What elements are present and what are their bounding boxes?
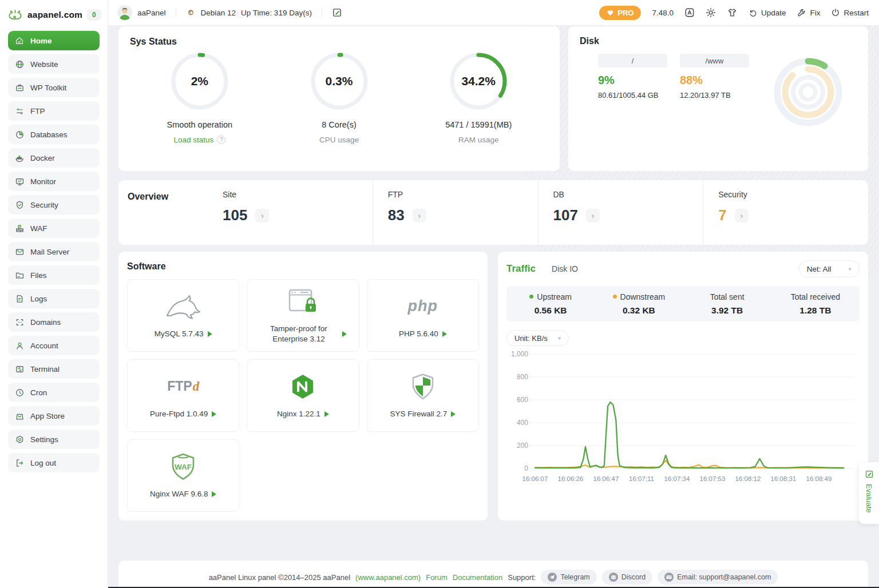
sys-status-card: Sys Status 2% Smooth operation Load stat… bbox=[118, 26, 560, 171]
software-item-sys-firewall-2-7[interactable]: SYS Firewall 2.7 bbox=[367, 359, 479, 432]
domains-brackets-icon bbox=[14, 317, 25, 327]
sidebar-item-logs[interactable]: Logs bbox=[8, 289, 100, 308]
disk-mount-tab[interactable]: /www bbox=[680, 54, 749, 67]
pure-ftpd-icon: FTPd bbox=[167, 372, 199, 402]
nginx-waf-icon: WAF bbox=[168, 452, 199, 482]
sidebar-item-files[interactable]: Files bbox=[8, 265, 100, 285]
disk-partition-www: /www 88% 12.20/13.97 TB bbox=[680, 54, 749, 100]
footer-forum-link[interactable]: Forum bbox=[426, 573, 448, 582]
footer: aaPanel Linux panel ©2014–2025 aaPanel (… bbox=[118, 561, 868, 588]
software-name: Nginx 1.22.1 bbox=[277, 409, 320, 419]
footer-pill-email[interactable]: Email: support@aapanel.com bbox=[658, 570, 778, 585]
sidebar-item-wp-toolkit[interactable]: WP Toolkit bbox=[8, 78, 100, 97]
tab-traffic[interactable]: Traffic bbox=[506, 263, 536, 275]
svg-text:1,000: 1,000 bbox=[511, 350, 528, 358]
message-count-badge[interactable]: 0 bbox=[87, 9, 101, 21]
software-item-php-5-6-40[interactable]: php PHP 5.6.40 bbox=[367, 279, 479, 352]
edit-note-icon[interactable] bbox=[332, 7, 342, 18]
theme-shirt-icon[interactable] bbox=[727, 7, 738, 18]
software-item-nginx-1-22-1[interactable]: Nginx 1.22.1 bbox=[247, 359, 359, 432]
software-card: Software MySQL 5.7.43 Tamper-proof for E… bbox=[118, 252, 488, 521]
running-play-icon bbox=[324, 411, 329, 417]
evaluate-edit-icon bbox=[865, 470, 874, 479]
sidebar-item-label: Databases bbox=[30, 130, 68, 139]
sidebar-item-website[interactable]: Website bbox=[8, 54, 100, 74]
sidebar-item-log-out[interactable]: Log out bbox=[8, 453, 100, 472]
sidebar-item-home[interactable]: Home bbox=[8, 31, 100, 50]
logo-text: aapanel.com bbox=[27, 10, 82, 20]
fix-button[interactable]: Fix bbox=[797, 8, 820, 18]
version-label[interactable]: 7.48.0 bbox=[652, 9, 674, 17]
traffic-line-chart: 02004006008001,00016:06:0716:06:2616:06:… bbox=[506, 346, 860, 492]
sidebar-item-domains[interactable]: Domains bbox=[8, 312, 100, 332]
disk-title: Disk bbox=[580, 36, 857, 46]
disk-mount-tab[interactable]: / bbox=[598, 54, 667, 67]
chevron-right-button[interactable]: › bbox=[586, 209, 600, 223]
panel-user-name[interactable]: aaPanel bbox=[137, 9, 166, 17]
sidebar-menu: Home Website WP Toolkit FTP Databases Do… bbox=[0, 30, 108, 474]
sidebar-item-mail-server[interactable]: Mail Server bbox=[8, 242, 100, 261]
software-item-tamper-proof-for-enterprise-3-12[interactable]: Tamper-proof for Enterprise 3.12 bbox=[247, 279, 359, 352]
software-grid: MySQL 5.7.43 Tamper-proof for Enterprise… bbox=[127, 279, 479, 512]
software-item-nginx-waf-9-6-8[interactable]: WAF Nginx WAF 9.6.8 bbox=[127, 439, 239, 512]
sidebar-item-security[interactable]: Security bbox=[8, 195, 100, 214]
gauge-detail: 5471 / 15991(MB) bbox=[445, 120, 512, 129]
gauge-cpu: 0.3% 8 Core(s) CPU usage bbox=[270, 49, 409, 144]
disk-partition-root: / 9% 80.61/1005.44 GB bbox=[598, 54, 667, 100]
theme-sun-icon[interactable] bbox=[706, 7, 716, 18]
footer-site-link[interactable]: (www.aapanel.com) bbox=[355, 573, 421, 582]
sidebar: aapanel.com 0 Home Website WP Toolkit FT… bbox=[0, 0, 108, 588]
sidebar-item-label: Docker bbox=[30, 154, 55, 162]
chevron-right-button[interactable]: › bbox=[255, 209, 269, 223]
chevron-right-button[interactable]: › bbox=[735, 209, 749, 223]
chevron-right-button[interactable]: › bbox=[413, 209, 426, 223]
svg-text:16:08:12: 16:08:12 bbox=[735, 475, 761, 482]
sidebar-item-databases[interactable]: Databases bbox=[8, 125, 100, 144]
disk-percent: 88% bbox=[680, 74, 749, 87]
net-select[interactable]: Net: All ▾ bbox=[799, 260, 860, 277]
overview-card: Overview Site 105 › FTP 83 › DB 107 › Se… bbox=[118, 180, 868, 245]
software-item-pure-ftpd-1-0-49[interactable]: FTPd Pure-Ftpd 1.0.49 bbox=[127, 359, 239, 432]
sidebar-item-docker[interactable]: Docker bbox=[8, 148, 100, 168]
sidebar-item-cron[interactable]: Cron bbox=[8, 383, 100, 402]
gauge-ring: 0.3% bbox=[307, 49, 371, 113]
sidebar-item-monitor[interactable]: Monitor bbox=[8, 172, 100, 191]
sidebar-item-terminal[interactable]: Terminal bbox=[8, 359, 100, 379]
sidebar-item-ftp[interactable]: FTP bbox=[8, 101, 100, 121]
restart-power-icon bbox=[831, 8, 840, 17]
legend-dot bbox=[529, 295, 533, 299]
avatar[interactable] bbox=[117, 5, 132, 20]
running-play-icon bbox=[442, 331, 447, 337]
footer-pills: Telegram Discord Email: support@aapanel.… bbox=[541, 570, 778, 585]
traffic-card: Traffic Disk IO Net: All ▾ Upstream 0.56… bbox=[498, 252, 868, 521]
traffic-stat-label: Total sent bbox=[710, 292, 745, 301]
update-button[interactable]: Update bbox=[749, 8, 786, 17]
pro-badge[interactable]: PRO bbox=[599, 6, 641, 20]
traffic-stat-value: 3.92 TB bbox=[683, 305, 771, 316]
tab-disk-io[interactable]: Disk IO bbox=[552, 264, 578, 273]
clock-icon bbox=[14, 387, 25, 398]
footer-pill-label: Discord bbox=[621, 573, 646, 581]
sidebar-item-account[interactable]: Account bbox=[8, 336, 100, 355]
uptime-label: Up Time: 319 Day(s) bbox=[241, 9, 312, 17]
sidebar-item-settings[interactable]: Settings bbox=[8, 430, 100, 449]
running-play-icon bbox=[212, 411, 216, 417]
chevron-down-icon: ▾ bbox=[558, 335, 561, 342]
gauge-ring: 34.2% bbox=[446, 49, 510, 113]
restart-button[interactable]: Restart bbox=[831, 8, 869, 17]
software-name: MySQL 5.7.43 bbox=[155, 329, 204, 339]
footer-docs-link[interactable]: Documentation bbox=[453, 573, 502, 582]
traffic-stat-value: 0.56 KB bbox=[506, 305, 595, 316]
language-icon[interactable] bbox=[684, 7, 695, 18]
software-item-mysql-5-7-43[interactable]: MySQL 5.7.43 bbox=[127, 279, 239, 352]
footer-pill-telegram[interactable]: Telegram bbox=[541, 570, 596, 585]
footer-pill-discord[interactable]: Discord bbox=[602, 570, 652, 585]
load-status-link[interactable]: Load status bbox=[173, 136, 213, 144]
help-icon[interactable]: ? bbox=[217, 136, 225, 144]
evaluate-tab[interactable]: Evaluate bbox=[859, 462, 879, 524]
sidebar-item-waf[interactable]: WAF bbox=[8, 218, 100, 238]
unit-select[interactable]: Unit: KB/s ▾ bbox=[506, 330, 569, 346]
discord-icon bbox=[609, 573, 618, 582]
fix-label: Fix bbox=[810, 9, 820, 17]
sidebar-item-app-store[interactable]: App Store bbox=[8, 406, 100, 426]
